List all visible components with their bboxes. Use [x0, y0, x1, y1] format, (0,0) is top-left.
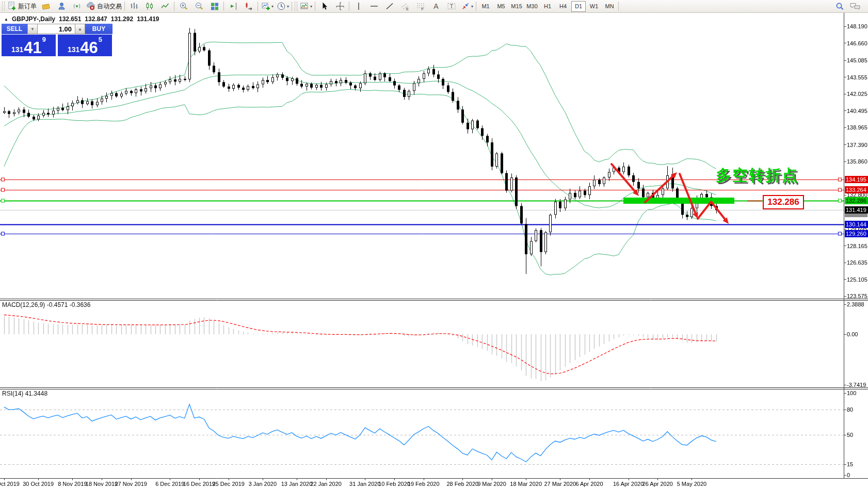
new-chart-button[interactable]: ▾ [260, 1, 275, 12]
price-badge: 131.419 [845, 206, 868, 214]
timeframe-d1[interactable]: D1 [571, 1, 586, 12]
date-label: 19 Feb 2020 [408, 481, 440, 487]
rsi-tick-mark [844, 410, 846, 410]
signals-button[interactable] [69, 1, 85, 12]
date-label: 18 Mar 2020 [510, 481, 542, 487]
text-label-icon: T [447, 2, 456, 11]
price-badge: 134.195 [845, 176, 868, 183]
toolbar-separator [124, 2, 125, 11]
zoom-in-button[interactable] [176, 1, 191, 12]
date-label: 16 Dec 2019 [183, 481, 215, 487]
new-order-icon [7, 2, 17, 11]
timeframe-m5[interactable]: M5 [494, 1, 508, 12]
macd-label: MACD(12,26,9) -0.4571 -0.3636 [2, 301, 90, 308]
price-tick-mark [844, 94, 846, 94]
price-callout-label[interactable]: 132.286 [763, 195, 804, 209]
collapse-icon[interactable]: ▲ [4, 17, 8, 22]
date-tick-mark [657, 479, 658, 480]
price-tick-mark [844, 229, 846, 230]
profiles-button[interactable] [54, 1, 69, 12]
periods-button[interactable]: ▾ [275, 1, 291, 12]
buy-price-box[interactable]: 131 46 5 [58, 35, 112, 56]
price-tick-mark [844, 127, 846, 128]
price-badge: 129.260 [845, 230, 868, 237]
line-chart-icon [160, 2, 170, 11]
price-badge: 132.286 [845, 197, 868, 204]
chart-line-button[interactable] [157, 1, 173, 12]
toolbar-grip [2, 2, 5, 11]
timeframe-m1[interactable]: M1 [478, 1, 493, 12]
timeframe-w1[interactable]: W1 [587, 1, 601, 12]
sell-big-figure: 131 [11, 45, 23, 54]
timeframe-m30[interactable]: M30 [525, 1, 539, 12]
chart-candles-button[interactable] [142, 1, 157, 12]
toolbar: 新订单 自动交易 [0, 0, 868, 13]
rsi-tick-mark [844, 435, 846, 435]
sell-button[interactable]: SELL [2, 24, 27, 34]
date-label: 9 Mar 2020 [477, 481, 506, 487]
arrows-button[interactable]: ▾ [459, 1, 475, 12]
symbol-header: ▲ GBPJPY-,Daily 132.651 132.847 131.292 … [4, 15, 159, 23]
toolbar-separator [315, 2, 315, 11]
price-tick-mark [844, 60, 846, 61]
text-label-button[interactable]: T [444, 1, 459, 12]
buy-big-figure: 131 [68, 45, 79, 54]
tile-windows-button[interactable] [207, 1, 222, 12]
date-tick-mark [72, 479, 73, 480]
dropdown-caret-icon: ▾ [471, 4, 473, 9]
rsi-tick-label: 0 [847, 472, 850, 478]
search-button[interactable] [832, 1, 847, 12]
text-a-icon: A [431, 2, 441, 11]
dropdown-caret-icon: ▾ [287, 4, 289, 9]
date-tick-mark [297, 479, 297, 480]
timeframe-h4[interactable]: H4 [556, 1, 570, 12]
cursor-button[interactable] [317, 1, 332, 12]
trendline-button[interactable] [382, 1, 397, 12]
symbol-title: GBPJPY-,Daily [12, 15, 55, 23]
date-tick-mark [589, 479, 590, 480]
price-tick-mark [844, 144, 846, 145]
timeframe-h1[interactable]: H1 [540, 1, 555, 12]
price-tick-mark [844, 279, 846, 280]
price-tick-label: 140.495 [847, 108, 867, 114]
candlestick-icon [145, 2, 154, 11]
date-tick-mark [629, 479, 629, 480]
timeframe-mn[interactable]: MN [602, 1, 617, 12]
price-tick-label: 123.575 [847, 293, 867, 299]
fibonacci-button[interactable]: F [413, 1, 428, 12]
charts-button[interactable] [38, 1, 54, 12]
volume-input[interactable] [38, 24, 75, 34]
chart-canvas[interactable] [0, 0, 868, 489]
price-badge: 130.144 [845, 221, 868, 228]
text-button[interactable]: A [428, 1, 444, 12]
date-label: 16 Apr 2020 [613, 481, 644, 487]
community-button[interactable] [847, 1, 863, 12]
ohlc-open: 132.651 [59, 15, 81, 23]
auto-trading-button[interactable]: 自动交易 [85, 1, 123, 12]
signal-icon [72, 2, 82, 11]
chart-shift-button[interactable] [226, 1, 241, 12]
buy-button[interactable]: BUY [85, 24, 112, 34]
date-tick-mark [131, 479, 132, 480]
auto-scroll-button[interactable] [241, 1, 256, 12]
horizontal-line-icon [369, 2, 379, 11]
chart-bars-button[interactable] [126, 1, 142, 12]
horizontal-line-button[interactable] [366, 1, 382, 12]
indicators-button[interactable]: ▾ [298, 1, 314, 12]
arrows-icon [461, 2, 470, 11]
svg-text:T: T [450, 3, 454, 9]
volume-up-button[interactable]: ▲ [75, 24, 85, 34]
equidistant-channel-button[interactable]: E [397, 1, 413, 12]
crosshair-button[interactable] [332, 1, 348, 12]
date-label: 13 Jan 2020 [281, 481, 313, 487]
ohlc-bars-icon [130, 2, 139, 11]
new-order-button[interactable]: 新订单 [6, 1, 38, 12]
chart-shift-icon [229, 2, 238, 11]
vertical-line-button[interactable] [351, 1, 366, 12]
toolbar-separator [618, 2, 619, 11]
zoom-out-button[interactable] [191, 1, 207, 12]
volume-down-button[interactable]: ▼ [27, 24, 38, 34]
sell-price-box[interactable]: 131 41 9 [2, 35, 56, 56]
timeframe-m15[interactable]: M15 [509, 1, 524, 12]
macd-tick-mark [844, 334, 846, 335]
